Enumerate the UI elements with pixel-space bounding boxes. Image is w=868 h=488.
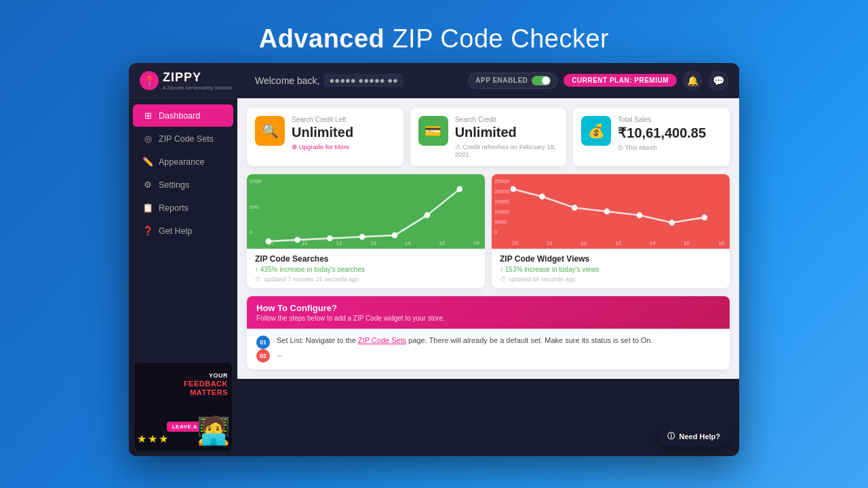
plan-badge: CURRENT PLAN: PREMIUM bbox=[564, 74, 677, 87]
sidebar-icon: ❓ bbox=[142, 226, 153, 236]
chart-x-label: 11 bbox=[302, 240, 308, 246]
chart-x-label: 12 bbox=[580, 240, 587, 246]
stat-icon-1: 💳 bbox=[418, 116, 448, 146]
svg-point-7 bbox=[511, 186, 515, 192]
configure-card: How To Configure? Follow the steps below… bbox=[247, 296, 730, 369]
sidebar-icon: ✏️ bbox=[142, 157, 153, 167]
stat-sub-0: ⊗ Upgrade for More bbox=[292, 143, 395, 150]
stat-info-0: Search Credit Left Unlimited ⊗ Upgrade f… bbox=[292, 116, 395, 150]
header-welcome: Welcome back, ●●●●● ●●●●● ●● bbox=[248, 74, 468, 87]
sidebar-label: ZIP Code Sets bbox=[159, 134, 214, 144]
logo-text: ZIPPY bbox=[163, 70, 201, 84]
stat-cards: 🔍 Search Credit Left Unlimited ⊗ Upgrade… bbox=[247, 108, 730, 166]
feedback-illustration: 🧑‍💻 bbox=[197, 417, 231, 444]
sidebar-menu: ⊞Dashboard◎ZIP Code Sets✏️Appearance⚙Set… bbox=[129, 98, 237, 357]
main-wrapper: 🔍 Search Credit Left Unlimited ⊗ Upgrade… bbox=[237, 98, 739, 456]
chart-x-label: 13 bbox=[615, 240, 621, 246]
stat-value-1: Unlimited bbox=[455, 125, 559, 140]
star-3: ★ bbox=[159, 432, 168, 445]
logo-area: 📍 ZIPPY A Zipcode Serviceability Validat… bbox=[140, 70, 248, 90]
chart-area-1: 2500020000150001000050000 10111213141516 bbox=[492, 174, 730, 249]
message-button[interactable]: 💬 bbox=[708, 70, 728, 91]
chart-x-label: 11 bbox=[547, 240, 553, 246]
star-1: ★ bbox=[137, 432, 146, 445]
sidebar-icon: ⚙ bbox=[142, 180, 153, 190]
chart-x-label: 16 bbox=[473, 240, 479, 246]
sidebar-icon: ⊞ bbox=[142, 110, 153, 121]
chart-updated-1: ⏱ updated 46 seconds ago bbox=[500, 276, 722, 283]
chart-x-label: 13 bbox=[370, 240, 376, 246]
stat-info-2: Total Sales ₹10,61,400.85 ⊙ This Month bbox=[618, 116, 722, 151]
chart-x-labels-0: 10111213141516 bbox=[267, 240, 479, 246]
app-enabled-badge[interactable]: APP ENABLED bbox=[468, 73, 558, 89]
need-help-button[interactable]: ⓘ Need Help? bbox=[658, 426, 730, 447]
title-bold: Advanced bbox=[259, 24, 385, 53]
notification-button[interactable]: 🔔 bbox=[682, 70, 703, 91]
sidebar-label: Get Help bbox=[159, 226, 192, 236]
sidebar-item-dashboard[interactable]: ⊞Dashboard bbox=[133, 104, 233, 127]
chart-x-label: 12 bbox=[336, 240, 342, 246]
message-icon: 💬 bbox=[713, 75, 724, 86]
step-text-0: Set List: Navigate to the ZIP Code Sets … bbox=[277, 336, 653, 346]
feedback-text: YOURFeEdbaCKMaTTERS bbox=[184, 372, 228, 397]
svg-point-12 bbox=[669, 220, 674, 226]
chart-bottom-1: ZIP Code Widget Views ↑ 153% increase in… bbox=[492, 249, 730, 288]
sidebar-icon: 📋 bbox=[142, 203, 153, 213]
page-title-bar: Advanced ZIP Code Checker bbox=[259, 0, 610, 63]
stat-sub-1: ⚠ Credit refreshes on February 18, 2021 bbox=[455, 143, 559, 158]
stat-card-1: 💳 Search Credit Unlimited ⚠ Credit refre… bbox=[410, 108, 567, 166]
stat-label-0: Search Credit Left bbox=[292, 116, 395, 123]
notification-icon: 🔔 bbox=[687, 75, 698, 86]
stat-icon-0: 🔍 bbox=[255, 116, 285, 146]
sidebar-item-settings[interactable]: ⚙Settings bbox=[133, 174, 233, 196]
step-number-1: 02 bbox=[256, 349, 270, 363]
logo-icon: 📍 bbox=[140, 71, 159, 90]
stat-card-0: 🔍 Search Credit Left Unlimited ⊗ Upgrade… bbox=[247, 108, 403, 166]
svg-point-9 bbox=[572, 205, 577, 211]
stat-value-0: Unlimited bbox=[292, 125, 395, 140]
sidebar-item-zip-code-sets[interactable]: ◎ZIP Code Sets bbox=[133, 127, 233, 150]
svg-point-8 bbox=[540, 194, 545, 199]
sidebar-item-get-help[interactable]: ❓Get Help bbox=[133, 220, 233, 242]
app-body: ⊞Dashboard◎ZIP Code Sets✏️Appearance⚙Set… bbox=[129, 98, 739, 456]
sidebar-label: Reports bbox=[159, 203, 189, 213]
chart-card-1: 2500020000150001000050000 10111213141516… bbox=[492, 174, 730, 288]
configure-title: How To Configure? bbox=[256, 303, 720, 313]
sidebar-label: Dashboard bbox=[159, 111, 200, 121]
help-label: Need Help? bbox=[679, 432, 720, 441]
svg-point-6 bbox=[457, 186, 462, 192]
chart-x-label: 14 bbox=[650, 240, 656, 246]
chart-x-label: 10 bbox=[512, 240, 518, 246]
stat-label-1: Search Credit bbox=[455, 116, 559, 123]
sidebar-icon: ◎ bbox=[142, 134, 153, 144]
sidebar-item-appearance[interactable]: ✏️Appearance bbox=[133, 150, 233, 173]
chart-x-label: 16 bbox=[718, 240, 724, 246]
svg-point-10 bbox=[604, 209, 609, 214]
title-rest: ZIP Code Checker bbox=[384, 24, 609, 53]
sidebar-label: Appearance bbox=[159, 157, 204, 167]
app-enabled-label: APP ENABLED bbox=[475, 77, 528, 84]
step-number-0: 01 bbox=[256, 336, 270, 349]
header-right: APP ENABLED CURRENT PLAN: PREMIUM 🔔 💬 bbox=[468, 70, 728, 91]
configure-header: How To Configure? Follow the steps below… bbox=[247, 296, 730, 329]
chart-card-0: 10005000 10111213141516 ZIP Code Searche… bbox=[247, 174, 485, 288]
chart-x-label: 15 bbox=[684, 240, 690, 246]
chart-updated-0: ⏱ updated 7 minutes 15 seconds ago bbox=[255, 276, 477, 283]
feedback-stars: ★ ★ ★ bbox=[137, 432, 168, 445]
stat-icon-2: 💰 bbox=[581, 116, 611, 146]
sidebar-item-reports[interactable]: 📋Reports bbox=[133, 197, 233, 219]
stat-value-2: ₹10,61,400.85 bbox=[618, 125, 722, 141]
configure-subtitle: Follow the steps below to add a ZIP Code… bbox=[256, 314, 720, 322]
main-content: 🔍 Search Credit Left Unlimited ⊗ Upgrade… bbox=[237, 98, 739, 379]
step-link-0[interactable]: ZIP Code Sets bbox=[358, 336, 406, 344]
svg-point-11 bbox=[637, 213, 642, 218]
chart-stat-0: ↑ 435% increase in today's searches bbox=[255, 266, 477, 273]
star-2: ★ bbox=[148, 432, 157, 445]
configure-steps: 01 Set List: Navigate to the ZIP Code Se… bbox=[247, 329, 730, 369]
configure-step-0: 01 Set List: Navigate to the ZIP Code Se… bbox=[256, 336, 720, 349]
configure-step-1: 02 ... bbox=[256, 349, 720, 363]
app-toggle[interactable] bbox=[532, 76, 551, 85]
stat-sub-2: ⊙ This Month bbox=[618, 144, 722, 151]
chart-svg-0 bbox=[247, 174, 485, 249]
clock-icon: ⏱ bbox=[255, 276, 261, 283]
